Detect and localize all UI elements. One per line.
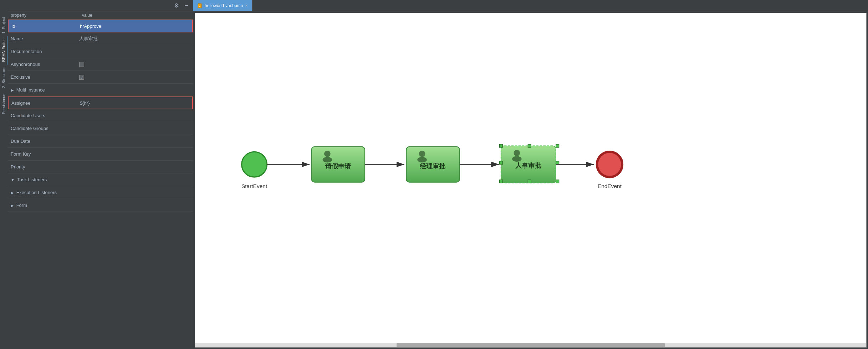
bpmn-diagram: StartEvent 请假申请 [195,13,866,347]
handle-br [556,180,559,183]
property-row-execution-listeners[interactable]: ▶ Execution Listeners [8,186,193,199]
property-row-form[interactable]: ▶ Form [8,199,193,212]
execution-listeners-expand-icon[interactable]: ▶ [11,191,14,195]
handle-bm [528,180,531,183]
svg-point-6 [323,157,332,162]
property-row-assignee[interactable]: Assignee ${hr} [8,97,193,109]
property-name-form-key: Form Key [11,151,79,157]
minimize-icon[interactable]: − [183,2,190,9]
canvas-inner: StartEvent 请假申请 [195,13,866,347]
property-value-exclusive[interactable] [79,74,190,80]
svg-point-9 [419,151,425,157]
property-name-name: Name [11,36,79,41]
property-name-id: Id [11,24,80,29]
multi-instance-expand-icon[interactable]: ▶ [11,88,14,92]
property-name-priority: Priority [11,164,79,170]
property-name-documentation: Documentation [11,49,79,54]
scrollbar-thumb[interactable] [397,343,665,347]
property-name-candidate-users: Candidate Users [11,113,79,118]
sidebar-item-structure[interactable]: 2: Structure [0,65,7,91]
main-area: B helloworld-var.bpmn ✕ StartEvent [193,0,868,349]
property-value-asynchronous[interactable] [79,62,190,67]
property-row-documentation[interactable]: Documentation [8,45,193,58]
start-event-label: StartEvent [241,183,267,189]
panel-toolbar: ⚙ − [8,0,193,11]
form-expand-icon[interactable]: ▶ [11,203,14,208]
canvas-scrollbar[interactable] [195,343,866,347]
properties-table: property value Id hrApprove Name 人事审批 Do… [8,11,193,349]
property-row-id[interactable]: Id hrApprove [8,20,193,32]
property-name-asynchronous: Asynchronous [11,62,79,67]
property-name-exclusive: Exclusive [11,74,79,80]
task3-label: 人事审批 [515,162,541,169]
svg-point-13 [514,150,520,156]
property-row-multi-instance[interactable]: ▶ Multi Instance [8,84,193,97]
property-row-candidate-groups[interactable]: Candidate Groups [8,122,193,135]
end-event-node[interactable]: EndEvent [597,152,622,189]
canvas-area[interactable]: StartEvent 请假申请 [195,13,867,348]
svg-text:B: B [199,5,200,7]
handle-tl [500,144,503,147]
tab-close-icon[interactable]: ✕ [245,4,248,7]
property-name-assignee: Assignee [11,100,80,106]
property-name-execution-listeners: ▶ Execution Listeners [11,190,79,195]
svg-point-5 [324,151,331,157]
task-renshisp[interactable]: 人事审批 [500,144,559,183]
table-header: property value [8,11,193,20]
svg-point-16 [597,152,622,177]
handle-ml [500,161,503,165]
handle-bl [500,180,503,183]
property-row-name[interactable]: Name 人事审批 [8,32,193,45]
property-row-asynchronous[interactable]: Asynchronous [8,58,193,71]
col-value-header: value [82,13,190,18]
property-value-id: hrApprove [80,24,189,29]
end-event-label: EndEvent [598,183,622,189]
properties-panel: ⚙ − property value Id hrApprove Name 人事审… [8,0,193,349]
svg-point-14 [512,156,522,161]
svg-point-10 [417,157,427,162]
tab-label: helloworld-var.bpmn [205,3,243,8]
tab-bpmn-file[interactable]: B helloworld-var.bpmn ✕ [193,0,252,11]
task2-label: 经理审批 [419,162,445,170]
task-jinglisp[interactable]: 经理审批 [406,147,459,182]
property-row-priority[interactable]: Priority [8,161,193,173]
property-name-form: ▶ Form [11,203,79,208]
side-tabs: 1: Project BPMN Editor 2: Structure Pers… [0,0,8,349]
handle-tm [528,144,531,147]
property-value-assignee: ${hr} [80,100,189,106]
start-event-node[interactable]: StartEvent [241,152,267,189]
bpmn-file-icon: B [198,3,203,8]
property-name-task-listeners: ▼ Task Listeners [11,177,79,182]
property-row-candidate-users[interactable]: Candidate Users [8,109,193,122]
property-row-form-key[interactable]: Form Key [8,148,193,161]
handle-mr [556,161,559,165]
property-name-due-date: Due Date [11,139,79,144]
sidebar-item-persistence[interactable]: Persistence [0,91,7,117]
task-qingjia[interactable]: 请假申请 [312,147,365,182]
exclusive-checkbox[interactable] [79,75,84,80]
task1-label: 请假申请 [325,163,351,170]
sidebar-item-project[interactable]: 1: Project [0,14,7,36]
property-value-name: 人事审批 [79,36,190,42]
property-row-due-date[interactable]: Due Date [8,135,193,148]
property-name-multi-instance: ▶ Multi Instance [11,87,79,93]
asynchronous-checkbox[interactable] [79,62,84,67]
property-row-exclusive[interactable]: Exclusive [8,71,193,84]
sidebar-item-bpmn-editor[interactable]: BPMN Editor [0,36,7,65]
property-name-candidate-groups: Candidate Groups [11,126,79,131]
task-listeners-expand-icon[interactable]: ▼ [11,178,15,182]
property-row-task-listeners[interactable]: ▼ Task Listeners [8,173,193,186]
col-property-header: property [11,13,82,18]
handle-tr [556,144,559,147]
settings-icon[interactable]: ⚙ [173,2,180,9]
svg-point-2 [242,152,267,177]
tab-bar: B helloworld-var.bpmn ✕ [193,0,868,11]
